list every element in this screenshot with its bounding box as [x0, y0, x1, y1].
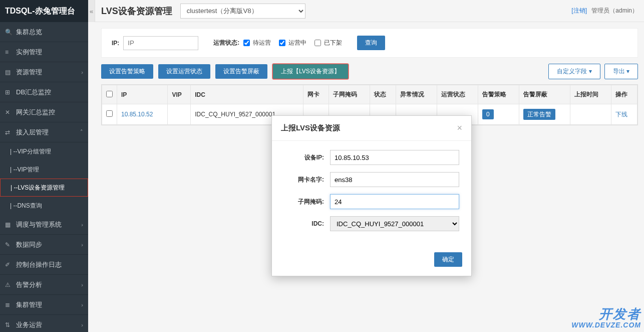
report-lvs-modal: 上报LVS设备资源 × 设备IP: 网卡名字: 子网掩码: IDC: IDC_C… [271, 115, 472, 276]
close-icon[interactable]: × [457, 123, 462, 133]
device-ip-label: 设备IP: [284, 153, 324, 162]
nic-label: 网卡名字: [284, 176, 324, 184]
nic-input[interactable] [330, 172, 459, 187]
device-ip-input[interactable] [330, 150, 459, 165]
idc-label: IDC: [284, 220, 324, 227]
mask-input[interactable] [330, 194, 459, 209]
confirm-button[interactable]: 确定 [434, 252, 462, 267]
modal-mask: 上报LVS设备资源 × 设备IP: 网卡名字: 子网掩码: IDC: IDC_C… [0, 0, 644, 332]
modal-title: 上报LVS设备资源 [281, 123, 340, 133]
mask-label: 子网掩码: [284, 198, 324, 206]
idc-select[interactable]: IDC_CQ_HUYI_9527_000001 [330, 216, 459, 231]
